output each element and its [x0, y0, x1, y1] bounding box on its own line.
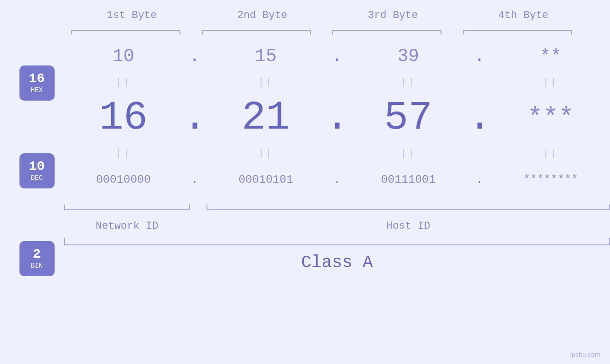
class-label: Class A	[64, 247, 610, 278]
eq-1-3: ||	[349, 77, 468, 88]
dec-val-4: ***	[527, 105, 574, 131]
hex-cell-2: 15	[206, 46, 325, 66]
host-id-label: Host ID	[206, 220, 610, 232]
dec-cell-3: 57	[349, 98, 468, 138]
bin-cell-4: ********	[491, 173, 610, 186]
eq-2-4: ||	[491, 148, 610, 159]
bin-val-4: ********	[523, 173, 578, 186]
hex-dot-3: .	[468, 46, 491, 66]
bin-dot-3: .	[468, 173, 491, 186]
hex-val-2: 15	[255, 46, 277, 66]
dec-badge: 10 DEC	[19, 153, 55, 188]
eq-2-3: ||	[349, 148, 468, 159]
dec-val-2: 21	[242, 98, 290, 138]
bin-val-1: 00010000	[96, 173, 150, 186]
bottom-brackets	[64, 200, 610, 214]
badges-wrapper: 16 HEX 10 DEC 2 BIN	[9, 39, 64, 364]
eq-2-2: ||	[206, 148, 325, 159]
dec-cell-1: 16	[64, 98, 183, 138]
bin-badge: 2 BIN	[19, 241, 55, 276]
hex-dot-2: .	[325, 46, 349, 66]
dec-value-row: 16 . 21 . 57 . ***	[64, 92, 610, 144]
id-labels: Network ID Host ID	[64, 214, 610, 238]
dec-badge-label: DEC	[31, 174, 43, 182]
equals-row-2: || || || ||	[64, 144, 610, 163]
hex-val-3: 39	[397, 46, 419, 66]
hex-badge: 16 HEX	[19, 65, 55, 101]
header-brackets	[66, 26, 610, 35]
main-container: 1st Byte 2nd Byte 3rd Byte 4th Byte	[0, 0, 610, 364]
byte-header-4: 4th Byte	[458, 9, 589, 21]
hex-badge-number: 16	[29, 72, 45, 85]
bin-badge-label: BIN	[31, 262, 43, 270]
big-bracket	[64, 238, 610, 247]
bin-badge-number: 2	[33, 248, 41, 261]
eq-2-1: ||	[64, 148, 183, 159]
bin-dot-1: .	[183, 173, 206, 186]
dec-dot-2: .	[325, 98, 349, 138]
byte-header-3: 3rd Byte	[328, 9, 458, 21]
dec-dot-1: .	[183, 98, 206, 138]
dec-cell-2: 21	[206, 98, 325, 138]
bin-value-row: 00010000 . 00010101 . 00111001 . *******…	[64, 163, 610, 196]
bin-val-2: 00010101	[238, 173, 293, 186]
byte-header-2: 2nd Byte	[197, 9, 328, 21]
data-wrapper: 10 . 15 . 39 . ** || ||	[64, 39, 610, 364]
rows-wrapper: 16 HEX 10 DEC 2 BIN 10 . 15	[9, 39, 610, 364]
bin-cell-3: 00111001	[349, 173, 468, 186]
hex-value-row: 10 . 15 . 39 . **	[64, 39, 610, 73]
dec-val-3: 57	[384, 98, 432, 138]
bin-dot-2: .	[325, 173, 349, 186]
dec-val-1: 16	[99, 98, 148, 138]
hex-val-1: 10	[113, 46, 134, 66]
network-id-label: Network ID	[64, 220, 190, 232]
equals-row-1: || || || ||	[64, 73, 610, 92]
bin-val-3: 00111001	[381, 173, 435, 186]
network-bracket	[64, 200, 190, 214]
dec-cell-4: ***	[491, 105, 610, 131]
byte-headers: 1st Byte 2nd Byte 3rd Byte 4th Byte	[66, 0, 610, 26]
hex-dot-1: .	[183, 46, 206, 66]
bin-cell-1: 00010000	[64, 173, 183, 186]
eq-1-2: ||	[206, 77, 325, 88]
byte-header-1: 1st Byte	[66, 9, 197, 21]
bin-cell-2: 00010101	[206, 173, 325, 186]
dec-badge-number: 10	[29, 160, 45, 173]
dec-dot-3: .	[468, 98, 491, 138]
hex-cell-1: 10	[64, 46, 183, 66]
hex-val-4: **	[540, 46, 562, 66]
hex-cell-3: 39	[349, 46, 468, 66]
eq-1-4: ||	[491, 77, 610, 88]
hex-cell-4: **	[491, 46, 610, 66]
host-bracket	[206, 200, 610, 214]
watermark: ipshu.com	[570, 351, 601, 358]
eq-1-1: ||	[64, 77, 183, 88]
hex-badge-label: HEX	[31, 86, 43, 94]
